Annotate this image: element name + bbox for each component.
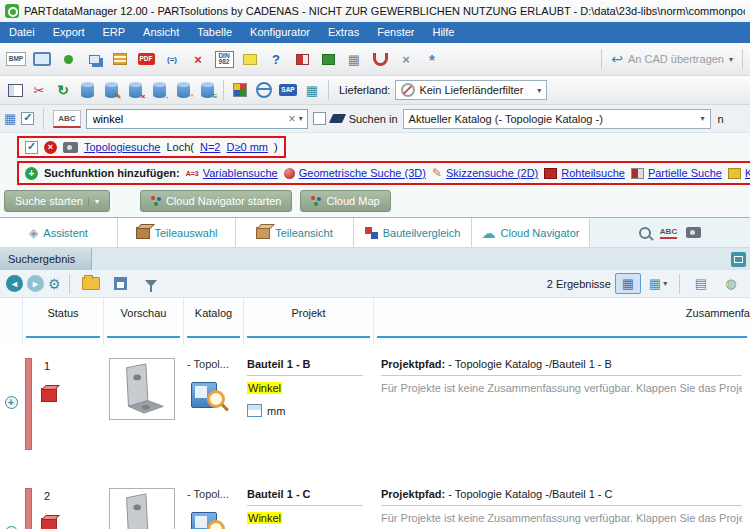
icons-view-button[interactable]: ▦▾ [645,273,671,294]
catalog-icon[interactable] [191,380,225,410]
erp-grid-icon[interactable] [229,79,251,101]
green-part-icon[interactable] [316,47,340,71]
tab-teileauswahl[interactable]: Teileauswahl [118,218,236,247]
filter-button[interactable] [139,272,163,296]
menu-erp[interactable]: ERP [93,22,134,43]
partielle-suche-item[interactable]: Partielle Suche [631,167,722,179]
map-view-button[interactable]: ◍ [718,273,744,294]
gear-icon[interactable]: ⚙ [48,276,61,292]
database-favorite-icon[interactable]: * [172,79,194,101]
panel-options-button[interactable] [731,252,746,267]
delete-red-icon[interactable]: × [186,47,210,71]
menu-export[interactable]: Export [44,22,94,43]
search-options-icon[interactable]: ▦ [4,111,16,126]
menu-fenster[interactable]: Fenster [368,22,423,43]
catalog-select[interactable]: Aktueller Katalog (- Topologie Katalog -… [403,109,711,129]
magnet-icon[interactable] [368,47,392,71]
grid-view-icon[interactable]: ▦ [342,47,366,71]
save-results-button[interactable] [109,272,133,296]
preview-thumbnail[interactable] [109,488,175,529]
lieferland-select[interactable]: Kein Lieferländerfilter ▾ [395,80,547,100]
abc-fulltext-icon[interactable]: ABC [53,110,80,128]
column-katalog[interactable]: Katalog [183,298,243,344]
menu-extras[interactable]: Extras [319,22,368,43]
geometrische-suche-item[interactable]: Geometrische Suche (3D) [284,167,426,179]
pdf-export-icon[interactable]: PDF [134,47,158,71]
open-folder-button[interactable] [79,272,103,296]
eraser-icon[interactable] [329,114,346,123]
menu-konfigurator[interactable]: Konfigurator [241,22,319,43]
database-remove-icon[interactable]: × [124,79,146,101]
status-green-icon[interactable] [56,47,80,71]
klassifikation-item[interactable]: Klassifika [728,167,750,179]
menu-hilfe[interactable]: Hilfe [423,22,463,43]
an-cad-dropdown-icon[interactable]: ▾ [729,55,733,64]
formula-icon[interactable]: (=) [160,47,184,71]
search-input[interactable] [91,112,286,126]
tab-teileansicht[interactable]: Teileansicht [236,218,354,247]
export-stack-icon[interactable] [108,47,132,71]
table-row[interactable]: 1 - Topol... Bauteil 1 - B Win [0,344,750,474]
cloud-map-button[interactable]: Cloud Map [300,190,390,212]
partielle-suche-link[interactable]: Partielle Suche [648,167,722,179]
compass-icon[interactable]: * [420,47,444,71]
tab-suchergebnis[interactable]: Suchergebnis [0,248,92,270]
back-button[interactable]: ◄ [6,275,23,292]
red-part-icon[interactable] [290,47,314,71]
clear-search-icon[interactable]: × [286,112,299,126]
refresh-icon[interactable]: ↻ [52,79,74,101]
condition-n-link[interactable]: N=2 [200,141,221,153]
rohteilsuche-item[interactable]: Rohteilsuche [544,167,625,179]
skizzensuche-link[interactable]: Skizzensuche (2D) [446,167,538,179]
remove-search-icon[interactable] [44,141,57,154]
table-row[interactable]: 2 - Topol... Bauteil 1 - C Win [0,474,750,529]
option-checkbox[interactable] [313,112,326,125]
expand-row-icon[interactable] [5,396,18,409]
pliers-icon[interactable]: ✂ [28,79,50,101]
note-icon[interactable] [238,47,262,71]
column-zusammenfassung[interactable]: Zusammenfa [373,298,750,344]
tab-assistent[interactable]: ◈ Assistent [0,218,118,247]
database-transfer-icon[interactable]: → [148,79,170,101]
tab-cloud-navigator[interactable]: ☁ Cloud Navigator [472,218,590,247]
details-view-button[interactable]: ▦ [615,273,641,294]
window-layout-icon[interactable] [4,79,26,101]
column-projekt[interactable]: Projekt [243,298,373,344]
globe-icon[interactable] [253,79,275,101]
database-icon[interactable] [76,79,98,101]
column-status[interactable]: Status [22,298,103,344]
klassifikation-link[interactable]: Klassifika [745,167,750,179]
menu-tabelle[interactable]: Tabelle [188,22,241,43]
geometrische-suche-link[interactable]: Geometrische Suche (3D) [299,167,426,179]
menu-ansicht[interactable]: Ansicht [134,22,188,43]
menu-datei[interactable]: Datei [0,22,44,43]
an-cad-button[interactable]: An CAD übertragen [628,53,724,65]
add-search-icon[interactable] [25,167,38,180]
condition-d-link[interactable]: D≥0 mm [226,141,267,153]
help-icon[interactable]: ? [264,47,288,71]
fulltext-checkbox[interactable] [21,112,34,125]
table-icon[interactable]: ▦ [301,79,323,101]
tab-bauteilvergleich[interactable]: Bauteilvergleich [354,218,472,247]
catalog-icon[interactable] [191,510,225,529]
bmp-export-icon[interactable]: BMP [4,47,28,71]
cloud-navigator-starten-button[interactable]: Cloud Navigator starten [140,190,293,212]
forward-button[interactable]: ► [27,275,44,292]
skizzensuche-item[interactable]: ✎ Skizzensuche (2D) [432,166,538,180]
topology-checkbox[interactable] [25,141,38,154]
table-view-button[interactable]: ▤ [688,273,714,294]
database-edit-icon[interactable]: ✎ [100,79,122,101]
variablensuche-item[interactable]: A=3 Variablensuche [186,167,278,179]
sap-icon[interactable]: SAP [277,79,299,101]
database-tree-icon[interactable]: ≡ [196,79,218,101]
variablensuche-link[interactable]: Variablensuche [203,167,278,179]
clear-gray-icon[interactable]: × [394,47,418,71]
suche-starten-dropdown-icon[interactable]: ▾ [88,197,99,206]
search-history-icon[interactable]: ▾ [299,114,303,123]
suche-starten-button[interactable]: Suche starten ▾ [4,190,110,212]
copy-windows-icon[interactable] [82,47,106,71]
preview-thumbnail[interactable] [109,358,175,420]
topologiesuche-link[interactable]: Topologiesuche [84,141,160,153]
rohteilsuche-link[interactable]: Rohteilsuche [561,167,625,179]
column-vorschau[interactable]: Vorschau [103,298,183,344]
